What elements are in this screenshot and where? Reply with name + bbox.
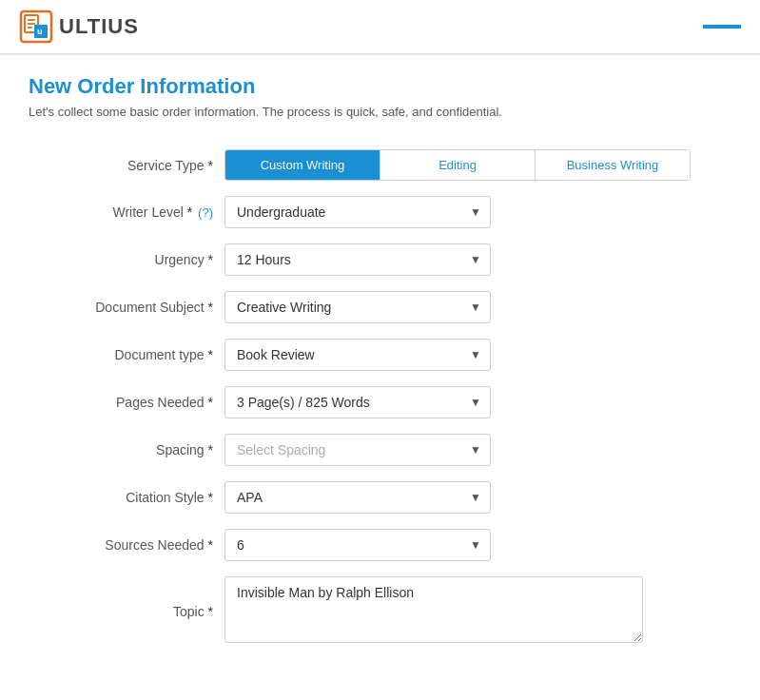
writer-level-dropdown-cell: High School Undergraduate Master's PhD ▼: [219, 188, 731, 236]
document-subject-select[interactable]: Creative Writing History English Literat…: [224, 291, 491, 323]
document-type-label: Document type *: [29, 331, 219, 379]
citation-style-label: Citation Style *: [29, 474, 219, 521]
logo: u ULTIUS: [19, 10, 139, 44]
pages-needed-label: Pages Needed *: [29, 379, 219, 426]
spacing-dropdown-cell: Select Spacing Single Spaced Double Spac…: [219, 426, 731, 474]
tab-custom-writing[interactable]: Custom Writing: [225, 150, 380, 180]
sources-needed-label: Sources Needed *: [29, 521, 219, 569]
writer-level-select[interactable]: High School Undergraduate Master's PhD: [224, 196, 491, 228]
sources-needed-row: Sources Needed * 0 1 2 3 4 5 6 7: [29, 521, 731, 569]
logo-text: ULTIUS: [59, 14, 139, 39]
writer-level-wrapper: High School Undergraduate Master's PhD ▼: [224, 196, 491, 228]
document-subject-dropdown-cell: Creative Writing History English Literat…: [219, 283, 731, 331]
topic-textarea[interactable]: Invisible Man by Ralph Ellison: [224, 576, 643, 643]
topic-textarea-cell: Invisible Man by Ralph Ellison: [219, 569, 731, 653]
pages-needed-select[interactable]: 1 Page(s) / 275 Words 2 Page(s) / 550 Wo…: [224, 386, 491, 418]
topic-label: Topic *: [29, 569, 219, 653]
page-subtitle: Let's collect some basic order informati…: [29, 105, 731, 119]
citation-style-select[interactable]: APA MLA Chicago Harvard Turabian Other: [224, 481, 491, 514]
sources-needed-dropdown-cell: 0 1 2 3 4 5 6 7 8 9 10 ▼: [219, 521, 731, 569]
topic-row: Topic * Invisible Man by Ralph Ellison: [29, 569, 731, 653]
citation-style-wrapper: APA MLA Chicago Harvard Turabian Other ▼: [224, 481, 491, 514]
sources-needed-select[interactable]: 0 1 2 3 4 5 6 7 8 9 10: [224, 529, 491, 561]
tab-editing[interactable]: Editing: [380, 150, 536, 180]
document-subject-wrapper: Creative Writing History English Literat…: [224, 291, 491, 323]
header-bar: [703, 25, 741, 29]
pages-needed-dropdown-cell: 1 Page(s) / 275 Words 2 Page(s) / 550 Wo…: [219, 379, 731, 426]
service-type-row: Service Type * Custom Writing Editing Bu…: [29, 142, 731, 188]
urgency-wrapper: 3 Hours 6 Hours 12 Hours 24 Hours 48 Hou…: [224, 243, 491, 276]
citation-style-dropdown-cell: APA MLA Chicago Harvard Turabian Other ▼: [219, 474, 731, 521]
citation-style-row: Citation Style * APA MLA Chicago Harvard…: [29, 474, 731, 521]
main-content: New Order Information Let's collect some…: [0, 55, 760, 672]
svg-text:u: u: [37, 27, 43, 36]
service-type-label: Service Type *: [29, 142, 219, 188]
writer-level-row: Writer Level * (?) High School Undergrad…: [29, 188, 731, 236]
spacing-wrapper: Select Spacing Single Spaced Double Spac…: [224, 434, 491, 466]
urgency-select[interactable]: 3 Hours 6 Hours 12 Hours 24 Hours 48 Hou…: [224, 243, 491, 276]
urgency-row: Urgency * 3 Hours 6 Hours 12 Hours 24 Ho…: [29, 236, 731, 283]
document-subject-row: Document Subject * Creative Writing Hist…: [29, 283, 731, 331]
writer-level-help[interactable]: (?): [198, 205, 213, 220]
pages-needed-wrapper: 1 Page(s) / 275 Words 2 Page(s) / 550 Wo…: [224, 386, 491, 418]
order-form: Service Type * Custom Writing Editing Bu…: [29, 142, 731, 653]
urgency-dropdown-cell: 3 Hours 6 Hours 12 Hours 24 Hours 48 Hou…: [219, 236, 731, 283]
document-subject-label: Document Subject *: [29, 283, 219, 331]
urgency-label: Urgency *: [29, 236, 219, 283]
service-type-tabs-cell: Custom Writing Editing Business Writing: [219, 142, 731, 188]
page-title: New Order Information: [29, 74, 731, 99]
pages-needed-row: Pages Needed * 1 Page(s) / 275 Words 2 P…: [29, 379, 731, 426]
document-type-select[interactable]: Essay Research Paper Book Review Case St…: [224, 339, 491, 371]
header: u ULTIUS: [0, 0, 760, 54]
document-type-dropdown-cell: Essay Research Paper Book Review Case St…: [219, 331, 731, 379]
logo-icon: u: [19, 10, 53, 44]
writer-level-label: Writer Level * (?): [29, 188, 219, 236]
spacing-label: Spacing *: [29, 426, 219, 474]
document-type-wrapper: Essay Research Paper Book Review Case St…: [224, 339, 491, 371]
service-type-tabs: Custom Writing Editing Business Writing: [224, 149, 691, 181]
tab-business-writing[interactable]: Business Writing: [536, 150, 690, 180]
sources-needed-wrapper: 0 1 2 3 4 5 6 7 8 9 10 ▼: [224, 529, 491, 561]
spacing-row: Spacing * Select Spacing Single Spaced D…: [29, 426, 731, 474]
spacing-select[interactable]: Select Spacing Single Spaced Double Spac…: [224, 434, 491, 466]
document-type-row: Document type * Essay Research Paper Boo…: [29, 331, 731, 379]
